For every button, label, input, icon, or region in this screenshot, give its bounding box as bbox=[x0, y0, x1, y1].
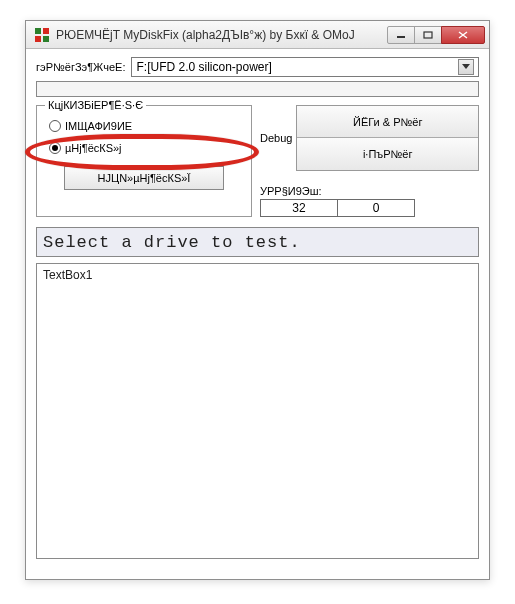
radio-option-2[interactable]: µНј¶ёсКЅ»ј bbox=[45, 140, 243, 156]
stats-area: УРР§И9Эш: 32 0 bbox=[260, 185, 479, 217]
options-row: КцјКИЗБіЕР¶Ё·Ѕ·Є ІМЩАФИ9ИЕ µНј¶ёсКЅ»ј НЈ… bbox=[36, 105, 479, 217]
right-column: Debug ЙЁГи & Р№ёг і·ПъР№ёг УРР§И9Эш: 32 bbox=[260, 105, 479, 217]
svg-rect-2 bbox=[35, 36, 41, 42]
radio-option-2-label: µНј¶ёсКЅ»ј bbox=[65, 142, 122, 154]
log-textbox-content: TextBox1 bbox=[43, 268, 92, 282]
svg-rect-0 bbox=[35, 28, 41, 34]
radio-option-1-label: ІМЩАФИ9ИЕ bbox=[65, 120, 132, 132]
action-button-stack: ЙЁГи & Р№ёг і·ПъР№ёг bbox=[296, 105, 479, 171]
close-button[interactable] bbox=[441, 26, 485, 44]
undo-fix-button[interactable]: і·ПъР№ёг bbox=[297, 138, 478, 170]
app-icon bbox=[34, 27, 50, 43]
drive-select[interactable]: F:[UFD 2.0 silicon-power] bbox=[131, 57, 479, 77]
app-window: РЮЕМЧЁјТ MyDiskFix (alpha2ДЪІв°ж) by Бхк… bbox=[25, 20, 490, 580]
radio-icon bbox=[49, 120, 61, 132]
content-area: гэР№ёгЗэ¶ЖчеЕ: F:[UFD 2.0 silicon-power]… bbox=[26, 49, 489, 567]
stats-values: 32 0 bbox=[260, 199, 479, 217]
format-button[interactable]: НЈЦN»µНј¶ёсКЅ»Ї bbox=[64, 166, 224, 190]
scan-fix-button-label: ЙЁГи & Р№ёг bbox=[353, 116, 422, 128]
titlebar: РЮЕМЧЁјТ MyDiskFix (alpha2ДЪІв°ж) by Бхк… bbox=[26, 21, 489, 49]
status-message: Select a drive to test. bbox=[36, 227, 479, 257]
drive-row: гэР№ёгЗэ¶ЖчеЕ: F:[UFD 2.0 silicon-power] bbox=[36, 57, 479, 77]
svg-rect-5 bbox=[424, 32, 432, 38]
minimize-button[interactable] bbox=[387, 26, 415, 44]
drive-label: гэР№ёгЗэ¶ЖчеЕ: bbox=[36, 61, 125, 73]
drive-select-value: F:[UFD 2.0 silicon-power] bbox=[136, 60, 458, 74]
action-buttons-row: Debug ЙЁГи & Р№ёг і·ПъР№ёг bbox=[260, 105, 479, 171]
svg-rect-4 bbox=[397, 36, 405, 38]
chevron-down-icon[interactable] bbox=[458, 59, 474, 75]
stats-value-2: 0 bbox=[337, 199, 415, 217]
maximize-button[interactable] bbox=[414, 26, 442, 44]
scan-mode-group: КцјКИЗБіЕР¶Ё·Ѕ·Є ІМЩАФИ9ИЕ µНј¶ёсКЅ»ј НЈ… bbox=[36, 105, 252, 217]
status-text: Select a drive to test. bbox=[43, 233, 301, 252]
stats-label: УРР§И9Эш: bbox=[260, 185, 479, 197]
debug-label: Debug bbox=[260, 132, 296, 144]
svg-rect-3 bbox=[43, 36, 49, 42]
radio-icon bbox=[49, 142, 61, 154]
svg-rect-1 bbox=[43, 28, 49, 34]
window-controls bbox=[388, 26, 485, 44]
undo-fix-button-label: і·ПъР№ёг bbox=[363, 148, 413, 160]
radio-option-1[interactable]: ІМЩАФИ9ИЕ bbox=[45, 118, 243, 134]
log-textbox[interactable]: TextBox1 bbox=[36, 263, 479, 559]
scan-mode-group-title: КцјКИЗБіЕР¶Ё·Ѕ·Є bbox=[45, 99, 146, 111]
stats-value-1: 32 bbox=[260, 199, 338, 217]
progress-bar bbox=[36, 81, 479, 97]
format-button-label: НЈЦN»µНј¶ёсКЅ»Ї bbox=[98, 172, 191, 184]
window-title: РЮЕМЧЁјТ MyDiskFix (alpha2ДЪІв°ж) by Бхк… bbox=[56, 28, 388, 42]
scan-fix-button[interactable]: ЙЁГи & Р№ёг bbox=[297, 106, 478, 138]
